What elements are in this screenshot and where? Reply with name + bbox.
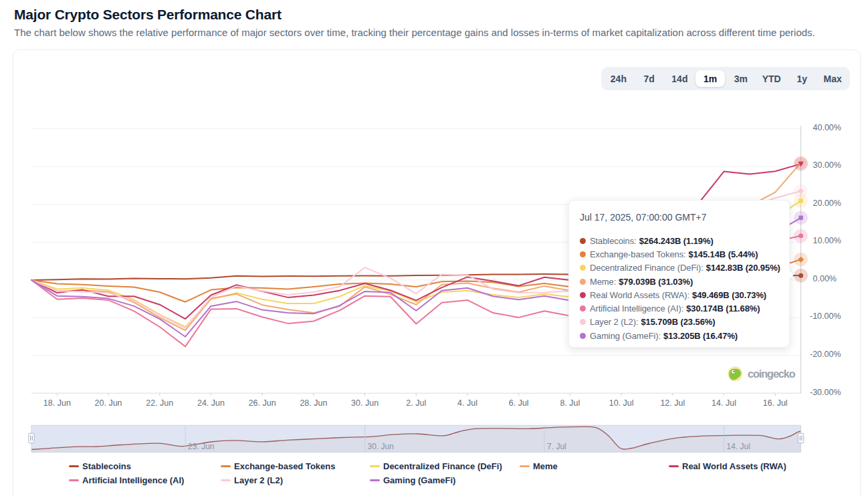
tooltip-series-value: $15.709B (23.56%) — [641, 317, 715, 327]
x-axis-label: 24. Jun — [197, 398, 225, 408]
x-axis-label: 26. Jun — [249, 398, 276, 408]
navigator-handle-right[interactable] — [798, 433, 804, 443]
y-axis-label: 30.00% — [813, 160, 841, 170]
x-axis-label: 16. Jul — [763, 398, 788, 408]
y-axis-label: 10.00% — [813, 236, 841, 245]
range-button-7d[interactable]: 7d — [634, 69, 665, 88]
y-axis-label: -10.00% — [810, 312, 841, 321]
legend-marker — [370, 479, 380, 481]
tooltip-series-value: $145.14B (5.44%) — [689, 249, 758, 259]
tooltip-row: Decentralized Finance (DeFi):$142.83B (2… — [580, 261, 778, 275]
tooltip-row: Real World Assets (RWA):$49.469B (30.73%… — [580, 288, 778, 301]
tooltip-series-dot — [580, 333, 586, 339]
y-axis-label: 20.00% — [813, 199, 841, 208]
x-axis-label: 4. Jul — [457, 398, 477, 408]
tooltip-series-dot — [580, 292, 586, 298]
marker-circle[interactable] — [798, 233, 803, 238]
y-axis-label: -20.00% — [810, 350, 841, 359]
legend-item-exchange-based-tokens[interactable]: Exchange-based Tokens — [221, 461, 335, 472]
x-axis-label: 8. Jul — [560, 398, 580, 408]
x-axis: 18. Jun20. Jun22. Jun24. Jun26. Jun28. J… — [31, 393, 801, 408]
tooltip-series-value: $49.469B (30.73%) — [692, 290, 766, 300]
tooltip-series-dot — [580, 319, 586, 325]
range-button-1y[interactable]: 1y — [787, 69, 818, 88]
legend-item-decentralized-finance-defi-[interactable]: Decentralized Finance (DeFi) — [370, 461, 502, 472]
x-axis-label: 22. Jun — [146, 398, 173, 408]
tooltip-date: Jul 17, 2025, 07:00:00 GMT+7 — [580, 211, 778, 223]
navigator-label: 30. Jun — [368, 442, 394, 451]
tooltip-series-value: $13.205B (16.47%) — [663, 331, 738, 341]
x-axis-label: 2. Jul — [406, 398, 426, 408]
tooltip-series-dot — [580, 305, 586, 312]
x-axis-label: 28. Jun — [300, 398, 327, 408]
legend-label: Meme — [533, 461, 558, 471]
tooltip-series-value: $79.039B (31.03%) — [619, 277, 693, 287]
range-button-14d[interactable]: 14d — [665, 69, 695, 88]
range-selector: 24h7d14d1m3mYTD1yMax — [601, 67, 850, 90]
legend-item-layer-2-l2-[interactable]: Layer 2 (L2) — [221, 475, 283, 485]
navigator-mask[interactable] — [31, 425, 801, 452]
legend-marker — [69, 465, 79, 467]
tooltip-series-label: Artificial Intelligence (AI): — [590, 303, 683, 314]
legend-item-stablecoins[interactable]: Stablecoins — [69, 461, 131, 472]
legend-label: Gaming (GameFi) — [383, 475, 455, 485]
legend-marker — [221, 479, 231, 481]
tooltip-series-label: Real World Assets (RWA): — [590, 290, 689, 300]
range-button-max[interactable]: Max — [817, 69, 848, 88]
navigator-label: 23. Jun — [188, 442, 214, 451]
range-button-ytd[interactable]: YTD — [756, 69, 787, 88]
range-button-3m[interactable]: 3m — [726, 69, 756, 88]
legend-item-real-world-assets-rwa-[interactable]: Real World Assets (RWA) — [669, 461, 786, 472]
x-axis-label: 12. Jul — [660, 398, 685, 408]
tooltip-series-value: $30.174B (11.68%) — [686, 303, 760, 314]
tooltip-series-value: $142.83B (20.95%) — [706, 263, 780, 273]
gecko-pupil — [734, 371, 735, 372]
navigator: 23. Jun30. Jun7. Jul14. Jul — [29, 425, 804, 452]
tooltip-series-label: Decentralized Finance (DeFi): — [590, 263, 703, 273]
tooltip-row: Gaming (GameFi):$13.205B (16.47%) — [580, 329, 778, 342]
tooltip-row: Meme:$79.039B (31.03%) — [580, 275, 778, 288]
tooltip-series-dot — [580, 238, 586, 244]
x-axis-label: 6. Jul — [509, 398, 529, 408]
marker-circle[interactable] — [798, 273, 803, 278]
legend-marker — [221, 465, 231, 467]
y-axis-label: 40.00% — [813, 123, 841, 132]
marker-square[interactable] — [798, 199, 803, 203]
x-axis-label: 18. Jun — [43, 398, 71, 408]
range-button-1m[interactable]: 1m — [695, 69, 726, 88]
chart-tooltip: Jul 17, 2025, 07:00:00 GMT+7 Stablecoins… — [568, 200, 790, 348]
legend-label: Artificial Intelligence (AI) — [82, 475, 184, 485]
legend-label: Stablecoins — [82, 461, 131, 471]
marker-square[interactable] — [798, 216, 803, 221]
x-axis-label: 10. Jul — [609, 398, 634, 408]
y-axis-label: -30.00% — [810, 388, 841, 397]
navigator-label: 7. Jul — [547, 442, 566, 451]
legend-marker — [520, 465, 530, 467]
legend-label: Real World Assets (RWA) — [682, 461, 786, 471]
legend-item-meme[interactable]: Meme — [520, 461, 558, 472]
x-axis-label: 20. Jun — [95, 398, 122, 408]
watermark-text: coingecko — [748, 368, 796, 380]
tooltip-series-label: Gaming (GameFi): — [590, 331, 661, 341]
coingecko-watermark: coingecko — [728, 366, 795, 381]
legend-label: Layer 2 (L2) — [234, 475, 283, 485]
tooltip-series-label: Layer 2 (L2): — [590, 317, 638, 327]
legend-label: Decentralized Finance (DeFi) — [383, 461, 502, 471]
legend-item-gaming-gamefi-[interactable]: Gaming (GameFi) — [370, 475, 455, 485]
legend-label: Exchange-based Tokens — [234, 461, 335, 471]
tooltip-row: Artificial Intelligence (AI):$30.174B (1… — [580, 301, 778, 315]
tooltip-arrow — [789, 270, 794, 279]
tooltip-series-label: Meme: — [590, 277, 616, 287]
tooltip-series-label: Exchange-based Tokens: — [590, 249, 686, 259]
legend-marker — [69, 479, 79, 481]
range-button-24h[interactable]: 24h — [603, 69, 634, 88]
legend-item-artificial-intelligence-ai-[interactable]: Artificial Intelligence (AI) — [69, 475, 184, 485]
navigator-handle-left[interactable] — [29, 433, 35, 443]
legend-marker — [370, 465, 380, 467]
tooltip-series-dot — [580, 251, 586, 257]
tooltip-row: Stablecoins:$264.243B (1.19%) — [580, 234, 778, 247]
y-axis-label: 0.00% — [813, 274, 837, 283]
x-axis-label: 30. Jun — [351, 398, 378, 408]
tooltip-series-dot — [580, 279, 586, 285]
tooltip-series-label: Stablecoins: — [590, 236, 637, 246]
